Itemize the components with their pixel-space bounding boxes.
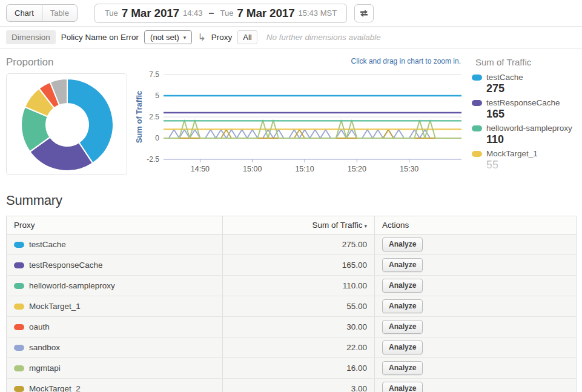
- dropdown-value: (not set): [150, 33, 179, 42]
- legend-swatch: [472, 125, 482, 131]
- dimension-bar: Dimension Policy Name on Error (not set)…: [0, 27, 582, 48]
- table-row: sandbox22.00Analyze: [7, 337, 577, 358]
- analyze-button[interactable]: Analyze: [382, 238, 423, 251]
- chevron-down-icon: ▾: [184, 35, 187, 41]
- proxy-swatch: [14, 242, 24, 248]
- legend-name: testResponseCache: [486, 98, 560, 107]
- tab-table[interactable]: Table: [42, 4, 78, 22]
- tab-chart[interactable]: Chart: [6, 4, 42, 22]
- legend-item[interactable]: testCache275: [472, 73, 576, 95]
- svg-text:0: 0: [155, 134, 159, 142]
- proxy-name: sandbox: [29, 343, 60, 352]
- proxy-name: MockTarget_1: [29, 302, 81, 311]
- charts-region: Proportion Click and drag in chart to zo…: [0, 48, 582, 177]
- legend-title: Sum of Traffic: [475, 57, 576, 67]
- proportion-title: Proportion: [6, 56, 127, 68]
- y-axis-label: Sum of Traffic: [134, 91, 144, 144]
- end-time: 15:43 MST: [299, 8, 337, 18]
- summary-title: Summary: [6, 193, 576, 208]
- start-time: 14:43: [183, 8, 203, 18]
- analyze-button[interactable]: Analyze: [382, 361, 423, 375]
- view-toggle: Chart Table: [6, 4, 78, 22]
- traffic-value: 16.00: [223, 358, 375, 379]
- proxy-swatch: [14, 324, 24, 330]
- legend-name: MockTarget_1: [486, 149, 538, 158]
- legend-item[interactable]: helloworld-sampleproxy110: [472, 124, 576, 146]
- legend-name: helloworld-sampleproxy: [486, 124, 572, 133]
- dimension-name: Policy Name on Error: [61, 33, 139, 42]
- svg-text:15:00: 15:00: [243, 165, 262, 173]
- legend-value: 110: [486, 133, 576, 146]
- proxy-dimension-label: Proxy: [211, 33, 233, 42]
- legend-value: 275: [486, 82, 576, 95]
- table-row: testResponseCache165.00Analyze: [7, 255, 577, 276]
- analyze-button[interactable]: Analyze: [382, 341, 423, 354]
- summary-table: Proxy Sum of Traffic▾ Actions testCache2…: [6, 216, 577, 392]
- col-header-actions: Actions: [375, 216, 577, 234]
- analyze-button[interactable]: Analyze: [382, 279, 423, 293]
- col-header-proxy: Proxy: [7, 216, 223, 234]
- legend-value: 55: [486, 159, 576, 171]
- col-header-traffic[interactable]: Sum of Traffic▾: [223, 216, 375, 234]
- line-chart[interactable]: 7.552.50-2.514:5015:0015:1015:2015:30Sum…: [134, 67, 469, 174]
- svg-text:15:20: 15:20: [348, 165, 366, 173]
- proxy-filter-all[interactable]: All: [237, 30, 257, 44]
- proportion-chart-card: [6, 73, 127, 175]
- proxy-name: testCache: [29, 240, 66, 249]
- date-range-picker[interactable]: Tue 7 Mar 2017 14:43 – Tue 7 Mar 2017 15…: [94, 4, 347, 23]
- svg-text:14:50: 14:50: [191, 165, 210, 173]
- svg-text:2.5: 2.5: [149, 113, 159, 121]
- svg-text:15:30: 15:30: [400, 165, 418, 173]
- proxy-swatch: [14, 304, 24, 310]
- legend-name: testCache: [486, 73, 523, 82]
- legend: Sum of Traffic testCache275testResponseC…: [472, 55, 576, 177]
- legend-swatch: [472, 75, 482, 81]
- table-row: testCache275.00Analyze: [7, 234, 577, 255]
- table-row: MockTarget_23.00Analyze: [7, 379, 577, 392]
- svg-text:-2.5: -2.5: [147, 155, 159, 164]
- svg-text:5: 5: [155, 91, 159, 100]
- dimensions-note: No further dimensions available: [266, 33, 381, 42]
- table-row: mgmtapi16.00Analyze: [7, 358, 577, 379]
- refresh-button[interactable]: [354, 4, 374, 22]
- traffic-value: 275.00: [223, 234, 375, 255]
- proxy-swatch: [14, 365, 24, 371]
- traffic-value: 22.00: [223, 337, 375, 358]
- table-row: oauth30.00Analyze: [7, 317, 577, 337]
- svg-text:15:10: 15:10: [295, 165, 314, 173]
- legend-swatch: [472, 151, 482, 157]
- traffic-value: 3.00: [223, 379, 375, 392]
- traffic-value: 165.00: [223, 255, 375, 276]
- proxy-name: oauth: [29, 322, 50, 331]
- traffic-value: 55.00: [223, 296, 375, 317]
- start-date: 7 Mar 2017: [122, 7, 179, 20]
- proxy-swatch: [14, 262, 24, 268]
- donut-chart: [7, 74, 128, 176]
- traffic-value: 30.00: [223, 317, 375, 337]
- analyze-button[interactable]: Analyze: [382, 299, 423, 313]
- dimension-chip: Dimension: [6, 30, 56, 44]
- proxy-swatch: [14, 283, 24, 289]
- legend-swatch: [472, 100, 482, 106]
- analyze-button[interactable]: Analyze: [382, 382, 423, 392]
- toolbar: Chart Table Tue 7 Mar 2017 14:43 – Tue 7…: [0, 0, 582, 27]
- proxy-name: testResponseCache: [29, 261, 103, 270]
- zoom-hint: Click and drag in chart to zoom in.: [134, 55, 469, 67]
- sort-caret-icon: ▾: [364, 223, 367, 229]
- analyze-button[interactable]: Analyze: [382, 258, 423, 272]
- end-day: Tue: [220, 8, 233, 18]
- proxy-swatch: [14, 345, 24, 351]
- summary-section: Summary Proxy Sum of Traffic▾ Actions te…: [0, 177, 582, 392]
- svg-text:7.5: 7.5: [149, 70, 159, 79]
- analyze-button[interactable]: Analyze: [382, 320, 423, 334]
- range-dash: –: [207, 8, 217, 19]
- analytics-page: Chart Table Tue 7 Mar 2017 14:43 – Tue 7…: [0, 0, 582, 392]
- refresh-icon: [359, 8, 369, 18]
- table-row: helloworld-sampleproxy110.00Analyze: [7, 276, 577, 296]
- dimension-value-dropdown[interactable]: (not set) ▾: [144, 30, 192, 44]
- legend-item[interactable]: testResponseCache165: [472, 98, 576, 121]
- legend-item[interactable]: MockTarget_155: [472, 149, 576, 171]
- sub-level-arrow-icon: ↳: [197, 33, 205, 42]
- legend-value: 165: [486, 108, 576, 121]
- proxy-name: MockTarget_2: [29, 384, 81, 392]
